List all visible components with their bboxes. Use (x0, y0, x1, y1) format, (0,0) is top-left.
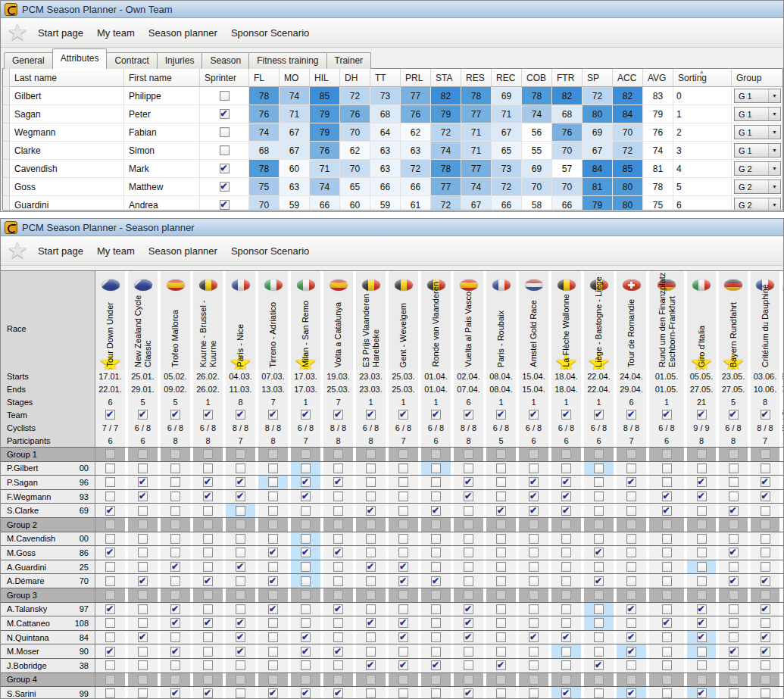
group-dropdown[interactable]: G 1▼ (734, 143, 781, 158)
race-column-header[interactable]: ★Bayern Rundfahrt (719, 271, 751, 370)
team-cell[interactable] (226, 408, 258, 421)
race-entry-checkbox[interactable] (366, 506, 376, 516)
race-entry-checkbox[interactable] (268, 688, 278, 698)
race-entry-checkbox[interactable] (333, 632, 343, 642)
group-dropdown[interactable]: G 1▼ (734, 89, 781, 103)
race-entry-checkbox[interactable] (236, 506, 245, 516)
race-entry-checkbox[interactable] (529, 534, 539, 544)
menu-start-page[interactable]: Start page (31, 27, 90, 39)
menu-start-page[interactable]: Start page (31, 245, 90, 257)
race-entry-checkbox[interactable] (662, 548, 672, 557)
sprinter-checkbox[interactable] (220, 91, 230, 101)
race-entry-checkbox[interactable] (594, 548, 604, 557)
race-entry-checkbox[interactable] (333, 576, 343, 586)
team-checkbox[interactable] (729, 410, 739, 420)
row-header-strip[interactable] (3, 142, 10, 160)
race-entry-checkbox[interactable] (662, 562, 672, 572)
race-entry-checkbox[interactable] (203, 491, 213, 501)
rider-label[interactable]: N.Quintana84 (1, 631, 95, 644)
race-entry-checkbox[interactable] (236, 632, 245, 642)
race-entry-checkbox[interactable] (431, 534, 441, 544)
team-checkbox[interactable] (626, 410, 636, 420)
race-entry-checkbox[interactable] (138, 632, 148, 642)
race-entry-checkbox[interactable] (697, 506, 707, 516)
sprinter-checkbox[interactable] (220, 164, 230, 173)
race-entry-checkbox[interactable] (594, 660, 604, 670)
race-entry-checkbox[interactable] (366, 548, 376, 557)
race-entry-checkbox[interactable] (398, 463, 408, 473)
race-column-header[interactable]: Gent - Wevelgem (389, 271, 421, 370)
race-entry-checkbox[interactable] (398, 534, 408, 544)
tab-fitness-training[interactable]: Fitness training (248, 52, 326, 69)
race-entry-checkbox[interactable] (138, 534, 148, 544)
race-entry-checkbox[interactable] (170, 688, 180, 698)
group-dropdown[interactable]: G 2▼ (734, 179, 781, 194)
race-entry-checkbox[interactable] (464, 576, 473, 586)
race-entry-checkbox[interactable] (594, 647, 604, 657)
race-entry-checkbox[interactable] (626, 604, 636, 614)
race-entry-checkbox[interactable] (366, 477, 376, 487)
race-entry-checkbox[interactable] (268, 576, 278, 586)
team-cell[interactable] (454, 408, 486, 421)
race-entry-checkbox[interactable] (594, 562, 604, 572)
menu-season-planner[interactable]: Season planner (142, 245, 224, 257)
race-column-header[interactable]: ★Tour Down Under (95, 271, 128, 370)
race-entry-checkbox[interactable] (626, 477, 636, 487)
race-entry-checkbox[interactable] (529, 491, 539, 501)
race-entry-checkbox[interactable] (464, 660, 473, 670)
race-entry-checkbox[interactable] (662, 506, 672, 516)
race-entry-checkbox[interactable] (431, 491, 441, 501)
column-header-first-name[interactable]: First name (124, 69, 200, 87)
race-entry-checkbox[interactable] (170, 548, 180, 557)
race-entry-checkbox[interactable] (561, 647, 571, 657)
menu-sponsor-scenario[interactable]: Sponsor Scenario (224, 27, 316, 39)
race-column-header[interactable]: New Zealand Cycle Classic (128, 271, 161, 370)
tab-attributes[interactable]: Attributes (52, 48, 108, 69)
race-entry-checkbox[interactable] (697, 632, 707, 642)
race-entry-checkbox[interactable] (236, 463, 245, 473)
race-entry-checkbox[interactable] (301, 632, 311, 642)
race-entry-checkbox[interactable] (398, 548, 408, 557)
race-entry-checkbox[interactable] (170, 647, 180, 657)
sorting-cell[interactable]: 1 (673, 105, 732, 123)
race-entry-checkbox[interactable] (662, 632, 672, 642)
race-entry-checkbox[interactable] (761, 632, 770, 642)
race-entry-checkbox[interactable] (366, 576, 376, 586)
team-cell[interactable] (421, 408, 454, 421)
menu-my-team[interactable]: My team (90, 27, 142, 39)
race-entry-checkbox[interactable] (138, 463, 148, 473)
race-entry-checkbox[interactable] (398, 576, 408, 586)
race-entry-checkbox[interactable] (594, 506, 604, 516)
race-entry-checkbox[interactable] (561, 660, 571, 670)
column-header-ftr[interactable]: FTR (552, 69, 583, 87)
race-entry-checkbox[interactable] (662, 660, 672, 670)
race-entry-checkbox[interactable] (236, 477, 245, 487)
rider-label[interactable]: M.Cavendish00 (1, 532, 95, 546)
race-entry-checkbox[interactable] (333, 688, 343, 698)
team-cell[interactable] (389, 408, 421, 421)
race-entry-checkbox[interactable] (529, 576, 539, 586)
race-column-header[interactable]: Volta a Catalunya (323, 271, 356, 370)
race-entry-checkbox[interactable] (431, 618, 441, 628)
race-entry-checkbox[interactable] (729, 647, 739, 657)
race-entry-checkbox[interactable] (366, 463, 376, 473)
race-entry-checkbox[interactable] (366, 647, 376, 657)
race-entry-checkbox[interactable] (203, 548, 213, 557)
race-entry-checkbox[interactable] (268, 491, 278, 501)
race-entry-checkbox[interactable] (366, 660, 376, 670)
team-cell[interactable] (486, 408, 519, 421)
race-entry-checkbox[interactable] (301, 477, 311, 487)
row-header-strip[interactable] (3, 160, 10, 178)
column-header-tt[interactable]: TT (370, 69, 401, 87)
race-entry-checkbox[interactable] (561, 618, 571, 628)
race-entry-checkbox[interactable] (496, 548, 506, 557)
race-entry-checkbox[interactable] (170, 491, 180, 501)
column-header-group[interactable]: Group (732, 69, 783, 87)
race-entry-checkbox[interactable] (105, 632, 115, 642)
race-entry-checkbox[interactable] (203, 688, 213, 698)
team-checkbox[interactable] (301, 410, 311, 420)
race-entry-checkbox[interactable] (729, 660, 739, 670)
column-header-rec[interactable]: REC (492, 69, 522, 87)
race-entry-checkbox[interactable] (761, 491, 770, 501)
race-entry-checkbox[interactable] (236, 562, 245, 572)
